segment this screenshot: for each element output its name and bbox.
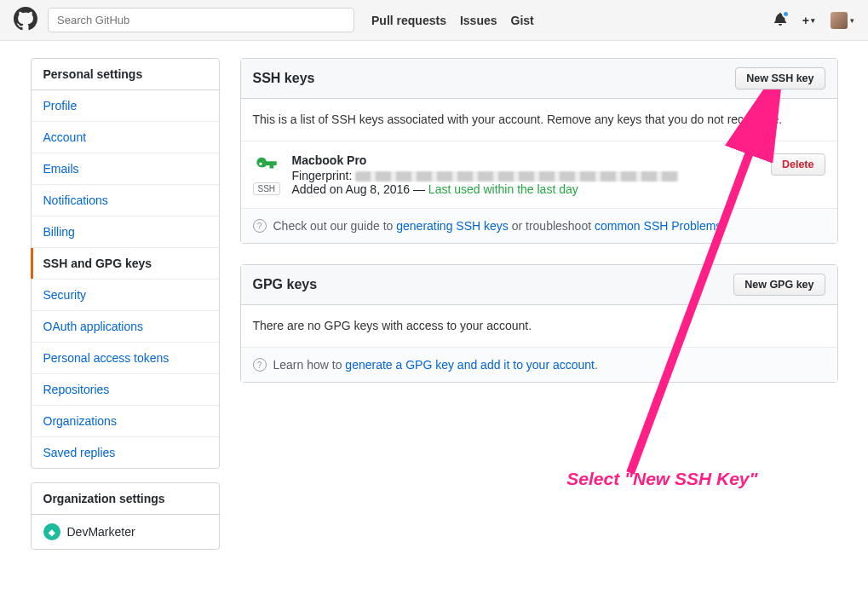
ssh-key-row: SSH Macbook Pro Fingerprint: Added on Au… xyxy=(241,141,837,208)
create-new-menu[interactable]: + ▾ xyxy=(802,14,815,27)
header-right: + ▾ ▾ xyxy=(773,12,854,29)
notification-dot-icon xyxy=(782,10,790,18)
org-item-devmarketer[interactable]: ◈ DevMarketer xyxy=(32,515,219,549)
key-icon: SSH xyxy=(253,153,280,195)
github-logo-icon[interactable] xyxy=(14,7,37,33)
org-settings-menu: Organization settings ◈ DevMarketer xyxy=(31,482,220,550)
gpg-keys-heading: GPG keys xyxy=(253,277,318,292)
sidebar-item-account[interactable]: Account xyxy=(32,122,219,153)
fingerprint-redacted xyxy=(355,171,679,182)
sidebar-item-organizations[interactable]: Organizations xyxy=(32,406,219,437)
key-added-info: Added on Aug 8, 2016 — Last used within … xyxy=(292,182,759,196)
ssh-footer: ? Check out our guide to generating SSH … xyxy=(241,208,837,243)
help-icon: ? xyxy=(253,219,267,233)
ssh-description: This is a list of SSH keys associated wi… xyxy=(241,99,837,141)
main-content: SSH keys New SSH key This is a list of S… xyxy=(240,58,838,403)
sidebar-item-oauth[interactable]: OAuth applications xyxy=(32,311,219,343)
notifications-icon[interactable] xyxy=(773,12,787,28)
nav-pull-requests[interactable]: Pull requests xyxy=(371,14,446,27)
delete-key-button[interactable]: Delete xyxy=(771,153,825,176)
new-gpg-key-button[interactable]: New GPG key xyxy=(733,274,825,296)
nav-gist[interactable]: Gist xyxy=(511,14,534,27)
gpg-keys-box: GPG keys New GPG key There are no GPG ke… xyxy=(240,264,838,383)
ssh-keys-box: SSH keys New SSH key This is a list of S… xyxy=(240,58,838,244)
generate-gpg-link[interactable]: generate a GPG key and add it to your ac… xyxy=(345,358,595,372)
header-nav: Pull requests Issues Gist xyxy=(371,14,534,27)
org-name-label: DevMarketer xyxy=(67,525,135,539)
search-input[interactable] xyxy=(48,8,354,32)
menu-heading: Organization settings xyxy=(32,483,219,515)
key-fingerprint: Fingerprint: xyxy=(292,169,759,182)
sidebar-item-saved-replies[interactable]: Saved replies xyxy=(32,437,219,468)
global-header: Pull requests Issues Gist + ▾ ▾ xyxy=(0,0,868,41)
sidebar-item-emails[interactable]: Emails xyxy=(32,153,219,185)
avatar-icon xyxy=(831,12,848,29)
sidebar-item-notifications[interactable]: Notifications xyxy=(32,185,219,216)
ssh-problems-link[interactable]: common SSH Problems xyxy=(595,219,721,233)
new-ssh-key-button[interactable]: New SSH key xyxy=(735,67,825,89)
sidebar-item-billing[interactable]: Billing xyxy=(32,216,219,248)
annotation-text: Select "New SSH Key" xyxy=(566,469,757,489)
generating-ssh-link[interactable]: generating SSH keys xyxy=(396,219,509,233)
gpg-description: There are no GPG keys with access to you… xyxy=(241,305,837,347)
sidebar-item-tokens[interactable]: Personal access tokens xyxy=(32,343,219,374)
ssh-badge: SSH xyxy=(253,182,281,195)
nav-issues[interactable]: Issues xyxy=(460,14,497,27)
sidebar-item-profile[interactable]: Profile xyxy=(32,90,219,122)
help-icon: ? xyxy=(253,358,267,372)
sidebar-item-ssh-gpg[interactable]: SSH and GPG keys xyxy=(32,248,219,280)
last-used-link[interactable]: Last used within the last day xyxy=(428,182,578,196)
personal-settings-menu: Personal settings Profile Account Emails… xyxy=(31,58,220,469)
org-avatar-icon: ◈ xyxy=(43,523,60,540)
sidebar-item-repositories[interactable]: Repositories xyxy=(32,374,219,406)
plus-icon: + xyxy=(802,14,809,27)
sidebar: Personal settings Profile Account Emails… xyxy=(31,58,220,563)
caret-down-icon: ▾ xyxy=(811,16,815,25)
gpg-footer: ? Learn how to generate a GPG key and ad… xyxy=(241,347,837,382)
ssh-keys-heading: SSH keys xyxy=(253,71,315,86)
caret-down-icon: ▾ xyxy=(850,16,854,25)
menu-heading: Personal settings xyxy=(32,59,219,90)
key-name: Macbook Pro xyxy=(292,153,759,167)
user-menu[interactable]: ▾ xyxy=(831,12,854,29)
sidebar-item-security[interactable]: Security xyxy=(32,280,219,311)
